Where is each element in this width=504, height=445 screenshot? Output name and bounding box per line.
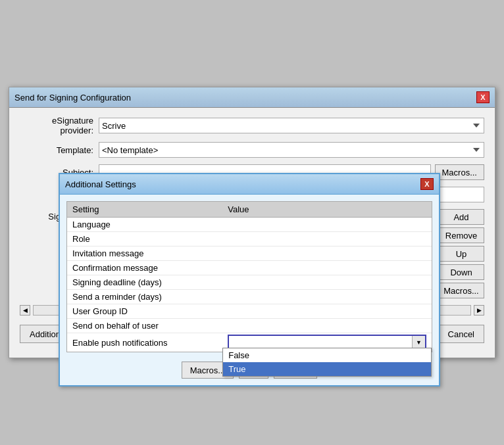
overlay-title-bar: Additional Settings X — [60, 174, 439, 195]
scroll-right-arrow[interactable]: ▶ — [474, 305, 484, 316]
settings-row: Send a reminder (days) — [67, 290, 432, 304]
settings-col-value: Value — [222, 202, 432, 218]
setting-name: Language — [67, 218, 222, 232]
setting-name: Send on behalf of user — [67, 319, 222, 333]
sig-macros-button[interactable]: Macros... — [438, 283, 484, 298]
down-button[interactable]: Down — [438, 264, 484, 280]
template-row: Template: <No template> — [20, 142, 484, 158]
setting-value-cell — [222, 304, 432, 319]
dropdown-item[interactable]: False — [223, 348, 431, 362]
overlay-close-button[interactable]: X — [420, 178, 434, 190]
settings-col-setting: Setting — [67, 202, 222, 218]
esignature-control: Scrive — [99, 118, 484, 133]
sig-buttons: Add Remove Up Down Macros... — [438, 209, 484, 298]
setting-value-cell — [222, 218, 432, 232]
subject-macros-button[interactable]: Macros... — [435, 164, 484, 180]
esignature-select[interactable]: Scrive — [99, 118, 484, 133]
add-button[interactable]: Add — [438, 209, 484, 225]
template-label: Template: — [20, 145, 99, 155]
setting-value-cell — [222, 319, 432, 333]
setting-value-cell — [222, 275, 432, 290]
dialog-title: Send for Signing Configuration — [14, 93, 131, 103]
settings-row: Confirmation message — [67, 261, 432, 275]
overlay-title: Additional Settings — [65, 179, 136, 189]
push-notifications-input[interactable] — [229, 336, 412, 349]
esignature-row: eSignature provider: Scrive — [20, 116, 484, 135]
setting-value-cell — [222, 246, 432, 261]
main-dialog: Send for Signing Configuration X eSignat… — [9, 87, 495, 358]
main-close-button[interactable]: X — [476, 91, 490, 103]
settings-row: Language — [67, 218, 432, 232]
cancel-button[interactable]: Cancel — [438, 325, 484, 343]
settings-row: Signing deadline (days) — [67, 275, 432, 290]
setting-name: Signing deadline (days) — [67, 275, 222, 290]
setting-value-cell — [222, 232, 432, 246]
setting-name: Send a reminder (days) — [67, 290, 222, 304]
settings-table-wrap: Setting Value LanguageRoleInvitation mes… — [66, 201, 432, 352]
setting-value-cell — [222, 261, 432, 275]
overlay-body: Setting Value LanguageRoleInvitation mes… — [60, 195, 439, 385]
setting-value-cell: ▼FalseTrue — [222, 333, 432, 352]
setting-name: Role — [67, 232, 222, 246]
setting-value-cell — [222, 290, 432, 304]
settings-row: Role — [67, 232, 432, 246]
settings-row: Enable push notifications▼FalseTrue — [67, 333, 432, 352]
template-control: <No template> — [99, 142, 484, 158]
template-select[interactable]: <No template> — [99, 142, 484, 158]
settings-row: User Group ID — [67, 304, 432, 319]
setting-name: Enable push notifications — [67, 333, 222, 352]
setting-name: Invitation message — [67, 246, 222, 261]
dropdown-popup: FalseTrue — [222, 348, 432, 377]
settings-table: Setting Value LanguageRoleInvitation mes… — [67, 202, 432, 352]
esignature-label: eSignature provider: — [20, 116, 99, 135]
dropdown-arrow-icon[interactable]: ▼ — [412, 336, 425, 349]
setting-name: Confirmation message — [67, 261, 222, 275]
remove-button[interactable]: Remove — [438, 227, 484, 243]
title-bar: Send for Signing Configuration X — [9, 87, 495, 108]
dropdown-item[interactable]: True — [223, 362, 431, 376]
setting-name: User Group ID — [67, 304, 222, 319]
settings-row: Invitation message — [67, 246, 432, 261]
up-button[interactable]: Up — [438, 246, 484, 262]
settings-row: Send on behalf of user — [67, 319, 432, 333]
additional-settings-dialog: Additional Settings X Setting Value Lang… — [59, 173, 440, 386]
scroll-left-arrow[interactable]: ◀ — [20, 305, 30, 316]
